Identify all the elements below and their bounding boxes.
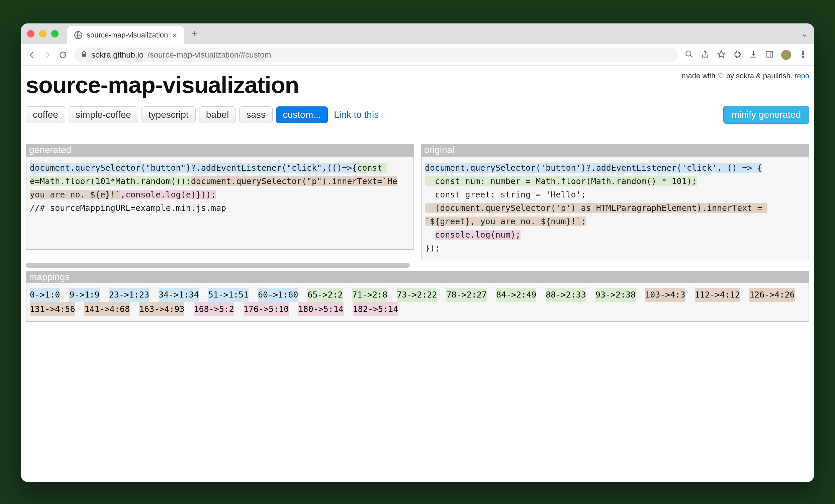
profile-avatar[interactable]	[781, 50, 791, 60]
mapping-entry[interactable]: 163->4:93	[139, 302, 184, 317]
attribution-prefix: made with	[682, 72, 717, 80]
mapping-entry[interactable]: 84->2:49	[496, 288, 536, 302]
mapping-entry[interactable]: 112->4:12	[695, 288, 740, 302]
browser-window: source-map-visualization × + ⌄ sokra.git…	[21, 23, 814, 482]
attribution-by: by sokra & paulirish.	[724, 72, 795, 80]
mapping-entry[interactable]: 9->1:9	[69, 288, 99, 302]
address-bar[interactable]: sokra.github.io/source-map-visualization…	[74, 47, 678, 62]
minify-generated-button[interactable]: minify generated	[723, 106, 809, 124]
mapping-entry[interactable]: 103->4:3	[645, 288, 685, 302]
mapping-entry[interactable]: 141->4:68	[84, 302, 129, 317]
svg-point-3	[802, 51, 803, 52]
heart-icon: ♡	[718, 72, 724, 80]
mapping-entry[interactable]: 73->2:22	[397, 288, 437, 302]
svg-point-4	[802, 53, 803, 55]
mapping-entry[interactable]: 168->5:2	[194, 302, 234, 317]
lock-icon	[81, 50, 87, 60]
generated-title: generated	[26, 144, 414, 156]
repo-link[interactable]: repo	[795, 72, 809, 80]
original-code[interactable]: document.querySelector('button')?.addEve…	[421, 156, 809, 260]
tab-title: source-map-visualization	[87, 31, 168, 40]
titlebar: source-map-visualization × + ⌄	[21, 23, 814, 44]
mapping-entry[interactable]: 182->5:14	[353, 302, 398, 317]
toolbar-right-icons	[685, 50, 807, 60]
url-path: /source-map-visualization/#custom	[147, 50, 271, 60]
mapping-entry[interactable]: 0->1:0	[30, 288, 60, 302]
url-host: sokra.github.io	[91, 50, 144, 60]
mapping-entry[interactable]: 131->4:56	[30, 302, 75, 317]
tab-typescript[interactable]: typescript	[142, 106, 196, 123]
tab-custom[interactable]: custom...	[276, 106, 328, 123]
horizontal-scrollbar[interactable]	[26, 263, 410, 268]
svg-point-5	[802, 56, 803, 57]
maximize-window-icon[interactable]	[51, 30, 59, 38]
page-title: source-map-visualization	[26, 72, 299, 98]
mapping-entry[interactable]: 23->1:23	[109, 288, 149, 302]
mappings-title: mappings	[26, 271, 809, 283]
svg-point-1	[686, 51, 691, 56]
original-panel: original document.querySelector('button'…	[421, 144, 809, 260]
tabs-chevron-icon[interactable]: ⌄	[801, 29, 808, 39]
new-tab-button[interactable]: +	[192, 28, 198, 40]
mapping-entry[interactable]: 60->1:60	[258, 288, 298, 302]
close-window-icon[interactable]	[27, 30, 35, 38]
bookmark-icon[interactable]	[717, 50, 726, 60]
mapping-entry[interactable]: 71->2:8	[352, 288, 387, 302]
tab-simple-coffee[interactable]: simple-coffee	[68, 106, 138, 123]
mapping-entry[interactable]: 180->5:14	[298, 302, 343, 317]
browser-tab[interactable]: source-map-visualization ×	[67, 26, 184, 44]
page-content: source-map-visualization made with ♡ by …	[21, 66, 814, 482]
svg-rect-2	[766, 51, 773, 57]
extensions-icon[interactable]	[733, 50, 742, 60]
reload-button[interactable]	[59, 51, 67, 59]
example-tabs: coffee simple-coffee typescript babel sa…	[26, 106, 809, 124]
tab-babel[interactable]: babel	[199, 106, 236, 123]
toolbar: sokra.github.io/source-map-visualization…	[21, 44, 814, 66]
original-title: original	[421, 144, 809, 156]
forward-button	[43, 51, 52, 59]
globe-icon	[74, 31, 83, 40]
mappings-body[interactable]: 0->1:09->1:923->1:2334->1:3451->1:5160->…	[26, 283, 809, 322]
close-tab-icon[interactable]: ×	[172, 30, 177, 40]
tab-sass[interactable]: sass	[239, 106, 273, 123]
back-button[interactable]	[28, 51, 37, 59]
link-to-this[interactable]: Link to this	[334, 109, 379, 120]
tab-coffee[interactable]: coffee	[26, 106, 65, 123]
search-icon[interactable]	[685, 50, 693, 60]
mapping-entry[interactable]: 51->1:51	[208, 288, 248, 302]
mapping-entry[interactable]: 93->2:38	[595, 288, 636, 302]
sidepanel-icon[interactable]	[765, 50, 774, 60]
share-icon[interactable]	[701, 50, 710, 60]
mapping-entry[interactable]: 176->5:10	[244, 302, 289, 317]
mapping-entry[interactable]: 126->4:26	[749, 288, 795, 302]
attribution: made with ♡ by sokra & paulirish. repo	[682, 72, 809, 80]
mapping-entry[interactable]: 78->2:27	[446, 288, 486, 302]
mapping-entry[interactable]: 65->2:2	[307, 288, 343, 302]
mapping-entry[interactable]: 88->2:33	[546, 288, 586, 302]
mapping-entry[interactable]: 34->1:34	[159, 288, 199, 302]
menu-icon[interactable]	[798, 50, 807, 60]
generated-panel: generated document.querySelector("button…	[26, 144, 414, 260]
downloads-icon[interactable]	[749, 50, 758, 60]
minimize-window-icon[interactable]	[39, 30, 46, 38]
generated-code[interactable]: document.querySelector("button")?.addEve…	[26, 156, 414, 250]
window-controls	[27, 30, 59, 38]
